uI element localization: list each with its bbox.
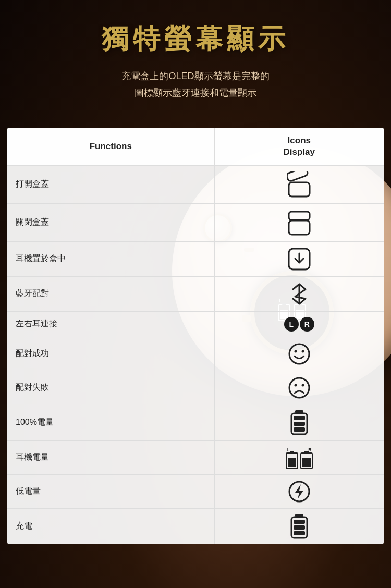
func-charging: 充電 bbox=[7, 508, 214, 544]
func-battery-100: 100%電量 bbox=[7, 405, 214, 440]
charging-icon bbox=[290, 514, 309, 539]
icon-earphone-in-cell bbox=[214, 241, 384, 276]
table-row: 左右耳連接 L R bbox=[7, 311, 384, 337]
icon-battery-full-container bbox=[223, 410, 375, 435]
title-section: 獨特螢幕顯示 充電盒上的OLED顯示螢幕是完整的 圖標顯示藍牙連接和電量顯示 bbox=[0, 0, 391, 112]
subtitle-line2: 圖標顯示藍牙連接和電量顯示 bbox=[135, 88, 256, 98]
svg-rect-21 bbox=[294, 531, 305, 535]
subtitle-line1: 充電盒上的OLED顯示螢幕是完整的 bbox=[121, 71, 269, 81]
icon-smiley-container bbox=[223, 342, 375, 365]
icon-pair-fail-cell bbox=[214, 371, 384, 405]
smiley-icon bbox=[288, 342, 311, 365]
icon-bluetooth-container bbox=[223, 282, 375, 306]
svg-rect-3 bbox=[289, 212, 310, 220]
func-pair-fail: 配對失敗 bbox=[7, 371, 214, 405]
func-lr-connect: 左右耳連接 bbox=[7, 311, 214, 337]
icon-earphone-battery-cell: L R bbox=[214, 440, 384, 474]
table-row: 配對失敗 bbox=[7, 371, 384, 405]
icons-header-line2: Display bbox=[284, 147, 315, 157]
close-lid-icon bbox=[287, 209, 311, 236]
icon-close-lid-container bbox=[223, 209, 375, 236]
table-row: 耳機電量 L R bbox=[7, 440, 384, 474]
func-close-lid: 關閉盒蓋 bbox=[7, 203, 214, 241]
icon-open-lid-cell bbox=[214, 165, 384, 203]
func-bluetooth: 藍牙配對 bbox=[7, 276, 214, 311]
table-row: 100%電量 bbox=[7, 405, 384, 440]
svg-rect-13 bbox=[294, 416, 305, 420]
func-earphone-in: 耳機置於盒中 bbox=[7, 241, 214, 276]
icon-lightning-container bbox=[223, 480, 375, 503]
functions-table-section: Functions Icons Display 打開盒蓋 bbox=[7, 128, 384, 544]
table-header-row: Functions Icons Display bbox=[7, 128, 384, 166]
func-low-battery: 低電量 bbox=[7, 474, 214, 508]
icon-close-lid-cell bbox=[214, 203, 384, 241]
sad-icon bbox=[288, 376, 311, 399]
right-earbud-wrapper: R bbox=[300, 452, 313, 469]
svg-rect-1 bbox=[287, 171, 309, 182]
table-row: 低電量 bbox=[7, 474, 384, 508]
icon-open-lid-container bbox=[223, 171, 375, 198]
icon-lr-cell: L R bbox=[214, 311, 384, 337]
open-lid-icon bbox=[287, 171, 311, 198]
table-row: 耳機置於盒中 bbox=[7, 241, 384, 276]
l-circle: L bbox=[284, 317, 299, 332]
functions-table: Functions Icons Display 打開盒蓋 bbox=[7, 128, 384, 544]
main-content: 獨特螢幕顯示 充電盒上的OLED顯示螢幕是完整的 圖標顯示藍牙連接和電量顯示 F… bbox=[0, 0, 391, 544]
main-title: 獨特螢幕顯示 bbox=[10, 21, 381, 57]
svg-rect-19 bbox=[294, 520, 305, 524]
functions-header: Functions bbox=[7, 128, 214, 166]
table-row: 關閉盒蓋 bbox=[7, 203, 384, 241]
r-superscript: R bbox=[308, 447, 312, 452]
svg-rect-15 bbox=[294, 427, 305, 432]
svg-rect-0 bbox=[289, 182, 310, 197]
svg-point-7 bbox=[301, 350, 304, 352]
battery-full-icon bbox=[290, 410, 309, 435]
icon-earphone-battery-container: L R bbox=[223, 446, 375, 469]
svg-rect-20 bbox=[294, 525, 305, 530]
l-superscript: L bbox=[287, 447, 290, 452]
icon-pair-success-cell bbox=[214, 337, 384, 371]
svg-point-5 bbox=[289, 344, 309, 364]
icons-header: Icons Display bbox=[214, 128, 384, 166]
icon-battery-full-cell bbox=[214, 405, 384, 440]
icon-earphone-in-container bbox=[223, 247, 375, 271]
table-row: 打開盒蓋 bbox=[7, 165, 384, 203]
table-row: 配對成功 bbox=[7, 337, 384, 371]
earphone-battery-icon: L R bbox=[286, 446, 313, 469]
icons-header-line1: Icons bbox=[288, 136, 311, 145]
earphone-in-icon bbox=[287, 247, 311, 271]
icon-charging-container bbox=[223, 514, 375, 539]
left-earbud-fill bbox=[288, 458, 296, 467]
svg-rect-2 bbox=[289, 220, 310, 235]
icon-sad-container bbox=[223, 376, 375, 399]
table-row: 充電 bbox=[7, 508, 384, 544]
subtitle: 充電盒上的OLED顯示螢幕是完整的 圖標顯示藍牙連接和電量顯示 bbox=[10, 68, 381, 102]
r-circle: R bbox=[300, 317, 314, 332]
table-row: 藍牙配對 bbox=[7, 276, 384, 311]
svg-point-9 bbox=[294, 384, 297, 386]
left-earbud-wrapper: L bbox=[286, 452, 298, 469]
icon-bluetooth-cell bbox=[214, 276, 384, 311]
svg-point-6 bbox=[294, 350, 297, 352]
func-pair-success: 配對成功 bbox=[7, 337, 214, 371]
func-open-lid: 打開盒蓋 bbox=[7, 165, 214, 203]
svg-point-8 bbox=[289, 378, 309, 398]
right-earbud-battery bbox=[300, 452, 313, 469]
icon-charging-cell bbox=[214, 508, 384, 544]
icon-lr-container: L R bbox=[223, 317, 375, 332]
icon-low-battery-cell bbox=[214, 474, 384, 508]
right-earbud-fill bbox=[302, 458, 311, 467]
svg-rect-14 bbox=[294, 422, 305, 426]
lightning-icon bbox=[288, 480, 311, 503]
left-earbud-battery bbox=[286, 452, 298, 469]
func-earphone-battery: 耳機電量 bbox=[7, 440, 214, 474]
bluetooth-icon bbox=[290, 282, 309, 306]
lr-icon: L R bbox=[284, 317, 314, 332]
svg-point-10 bbox=[301, 384, 304, 386]
